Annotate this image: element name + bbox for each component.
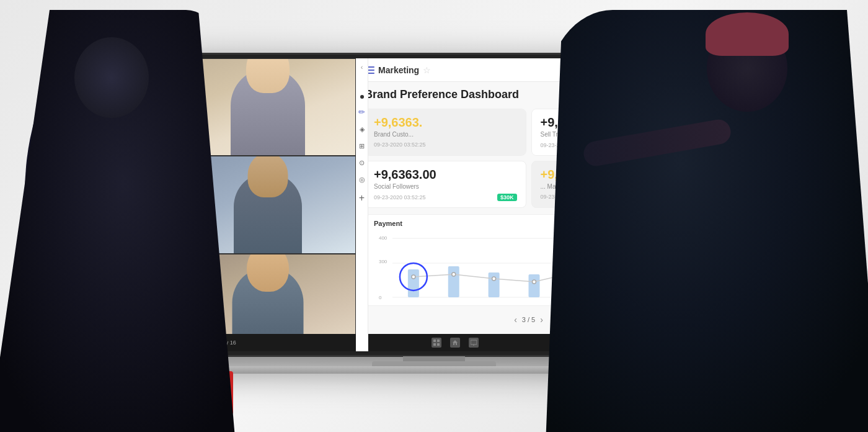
- stat-date-1: 09-23-2020 03:52:25: [374, 142, 426, 148]
- stat-value-3: +9,6363.00: [374, 168, 517, 182]
- svg-rect-6: [408, 269, 419, 297]
- payment-title: Payment: [374, 220, 683, 227]
- video-panel: [179, 58, 356, 351]
- prev-page-button[interactable]: ‹: [514, 315, 517, 325]
- header-left: Marketing ☆: [365, 65, 431, 75]
- desk-crossbar: [211, 366, 657, 374]
- toolbar-add-tool[interactable]: +: [359, 192, 365, 204]
- desk-leg-right: [635, 371, 645, 415]
- svg-point-15: [492, 277, 496, 281]
- svg-point-18: [613, 279, 616, 282]
- stat-card-social: +9,6363.00 Social Followers 09-23-2020 0…: [365, 161, 526, 208]
- line-chart: 400 300 0: [374, 232, 683, 300]
- person-right-body: [639, 37, 849, 410]
- tv-stand-neck: [403, 356, 465, 361]
- avatar-ll[interactable]: LL: [626, 63, 640, 77]
- svg-point-14: [452, 272, 456, 276]
- toolbar-collapse[interactable]: ‹: [361, 63, 363, 71]
- svg-text:300: 300: [379, 259, 388, 264]
- tv-screen: ‹ ✏ ◈ ⊞ ⊙ ◎ +: [179, 58, 701, 351]
- svg-rect-32: [437, 343, 440, 346]
- screen-icon[interactable]: [469, 338, 479, 348]
- video-cell-top: [179, 58, 356, 156]
- svg-text:0: 0: [379, 295, 382, 300]
- video-content-top: [180, 59, 355, 155]
- tv-bottom-bar: AM | Mon, July 16: [179, 334, 701, 351]
- svg-point-13: [412, 275, 415, 279]
- svg-point-17: [572, 271, 576, 274]
- favorite-icon[interactable]: ☆: [423, 65, 431, 75]
- toolbar-camera-tool[interactable]: ⊙: [359, 159, 365, 167]
- svg-marker-33: [453, 340, 458, 345]
- left-toolbar: ‹ ✏ ◈ ⊞ ⊙ ◎ +: [356, 58, 368, 351]
- svg-rect-9: [529, 274, 540, 297]
- apps-icon[interactable]: [432, 338, 441, 348]
- stat-date-2: 09-23-2020 03:52:25: [541, 142, 593, 148]
- svg-rect-30: [437, 340, 440, 342]
- toolbar-shape-tool[interactable]: ◈: [360, 125, 365, 133]
- stat-label-1: Brand Custo...: [374, 131, 517, 138]
- svg-point-16: [532, 280, 536, 284]
- desk-leg-left: [223, 371, 233, 415]
- toolbar-grid-tool[interactable]: ⊞: [359, 142, 365, 150]
- app-name: Marketing: [378, 65, 419, 75]
- svg-rect-34: [471, 340, 477, 344]
- video-cell-mid: [179, 156, 356, 253]
- page-indicator: 3 / 5: [522, 316, 535, 323]
- svg-rect-31: [433, 343, 436, 346]
- svg-rect-29: [433, 340, 436, 342]
- chart-container: 400 300 0: [374, 232, 683, 300]
- toolbar-circle-tool[interactable]: ◎: [359, 176, 365, 184]
- stat-label-3: Social Followers: [374, 183, 517, 190]
- page-title: Brand Preference Dashboard: [365, 88, 693, 101]
- stat-value-1: +9,6363.: [374, 115, 517, 130]
- stat-date-4: 09-23-: [541, 194, 557, 200]
- dashboard-header: Marketing ☆ CY SC LL TL Share: [356, 58, 701, 82]
- next-page-button[interactable]: ›: [540, 315, 543, 325]
- toolbar-dot-tool[interactable]: [360, 95, 364, 99]
- person-left-body: [25, 50, 198, 410]
- svg-rect-8: [489, 272, 500, 297]
- video-content-mid: [180, 156, 355, 253]
- stat-date-3: 09-23-2020 03:52:25: [374, 194, 426, 200]
- tv-bottom-icons: [432, 338, 479, 348]
- avatar-sc[interactable]: SC: [609, 63, 622, 77]
- avatar-tl[interactable]: TL: [644, 63, 657, 77]
- stat-card-brand-customer: +9,6363. Brand Custo... 09-23-2020 03:52…: [365, 109, 526, 156]
- stat-badge-3: $30K: [497, 194, 517, 201]
- toolbar-pen-tool[interactable]: ✏: [358, 107, 365, 117]
- svg-rect-7: [448, 266, 459, 297]
- tv-display: ‹ ✏ ◈ ⊞ ⊙ ◎ +: [174, 53, 707, 357]
- home-icon[interactable]: [450, 338, 460, 348]
- stat-meta-1: 09-23-2020 03:52:25: [374, 142, 517, 148]
- stat-meta-3: 09-23-2020 03:52:25 $30K: [374, 194, 517, 201]
- avatar-cy[interactable]: CY: [591, 63, 605, 77]
- svg-text:400: 400: [379, 235, 388, 241]
